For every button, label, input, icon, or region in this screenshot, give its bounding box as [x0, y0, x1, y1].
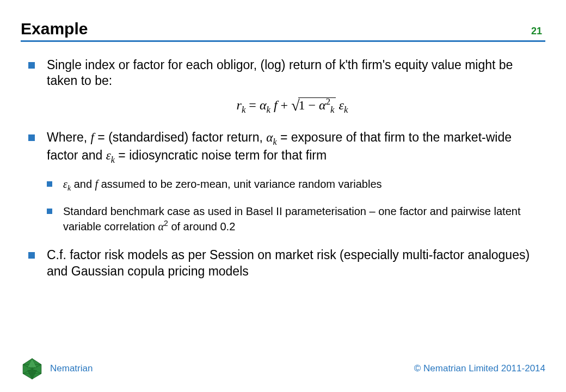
sym-sub-k: k — [273, 137, 276, 146]
sym-sup2: 2 — [164, 219, 168, 228]
slide-title: Example — [21, 20, 88, 38]
eq-alpha2: α — [319, 98, 326, 112]
bullet-text: C.f. factor risk models as per Session o… — [47, 248, 530, 278]
eq-f: f — [270, 98, 281, 112]
eq-one-minus: 1 − — [299, 98, 319, 112]
eq-sub-k2: k — [266, 105, 270, 115]
eq-sub-k3: k — [330, 105, 334, 115]
eq-eps: ε — [336, 98, 344, 112]
bullet-text-mid: = (standardised) factor return, — [94, 130, 266, 144]
sym-alpha: α — [266, 131, 273, 144]
eq-equals: = — [245, 98, 260, 112]
sub-text-mid: and — [71, 178, 95, 190]
eq-plus: + — [281, 98, 292, 112]
sym-alpha2: α — [158, 220, 164, 232]
slide-content: Single index or factor for each obligor,… — [28, 57, 538, 293]
sub-text-pre: Standard benchmark case as used in Basel… — [63, 205, 520, 232]
footer-left: Nematrian — [21, 357, 93, 380]
equation: rk = αk f + √1 − α2k εk — [47, 96, 538, 115]
bullet-item: C.f. factor risk models as per Session o… — [28, 247, 538, 279]
sub-text-rest: assumed to be zero-mean, unit variance r… — [98, 178, 382, 190]
bullet-item: Single index or factor for each obligor,… — [28, 57, 538, 115]
footer-brand: Nematrian — [50, 363, 93, 374]
bullet-item: Where, f = (standardised) factor return,… — [28, 130, 538, 233]
footer-copyright: © Nematrian Limited 2011-2014 — [414, 363, 545, 374]
slide: Example 21 Single index or factor for ea… — [0, 0, 566, 392]
bullet-list: Single index or factor for each obligor,… — [28, 57, 538, 279]
sub-text-rest2: of around 0.2 — [168, 220, 235, 232]
slide-header: Example 21 — [21, 20, 545, 42]
bullet-text-pre: Where, — [47, 130, 91, 144]
logo-icon — [21, 357, 44, 380]
sub-bullet-item: εk and f assumed to be zero-mean, unit v… — [47, 177, 538, 193]
eq-sqrt: √1 − α2k — [291, 96, 335, 115]
page-number: 21 — [531, 26, 545, 38]
bullet-text: Single index or factor for each obligor,… — [47, 58, 513, 88]
slide-footer: Nematrian © Nematrian Limited 2011-2014 — [21, 357, 545, 380]
bullet-text-mid3: = idiosyncratic noise term for that firm — [115, 148, 327, 162]
sym-sub-k2: k — [111, 155, 115, 164]
eq-r: r — [237, 98, 242, 112]
eq-sub-k4: k — [344, 105, 348, 115]
sym-eps: ε — [106, 149, 111, 162]
sub-bullet-list: εk and f assumed to be zero-mean, unit v… — [47, 177, 538, 234]
sub-bullet-item: Standard benchmark case as used in Basel… — [47, 204, 538, 234]
eq-sup2: 2 — [326, 96, 330, 107]
eq-alpha: α — [260, 98, 267, 112]
sym-eps2: ε — [63, 178, 67, 190]
